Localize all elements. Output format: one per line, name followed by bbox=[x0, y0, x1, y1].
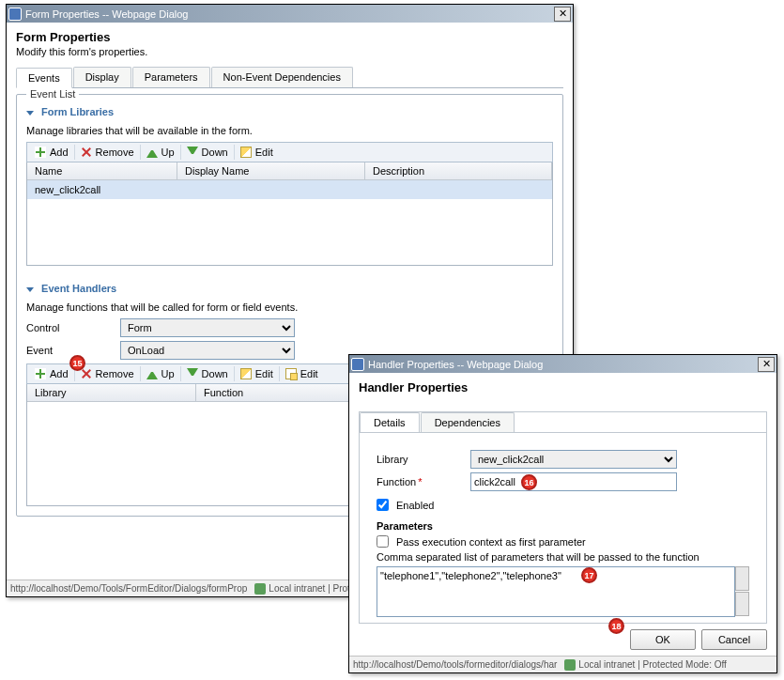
cell-desc bbox=[365, 182, 552, 197]
grid-header: Name Display Name Description bbox=[27, 162, 552, 180]
event-select[interactable]: OnLoad bbox=[120, 341, 295, 360]
handler-remove-button[interactable]: Remove bbox=[75, 366, 141, 381]
function-input[interactable] bbox=[470, 472, 677, 491]
tab-display[interactable]: Display bbox=[73, 67, 131, 87]
lib-down-button[interactable]: Down bbox=[181, 145, 235, 160]
params-textarea[interactable]: "telephone1","telephone2","telephone3" bbox=[377, 566, 735, 617]
app-icon bbox=[8, 8, 22, 21]
required-mark: * bbox=[418, 476, 422, 487]
handler-details-panel: Library new_click2call Function* 16 Enab… bbox=[360, 433, 766, 623]
table-row[interactable]: new_click2call bbox=[27, 180, 552, 199]
tab-non-event-deps[interactable]: Non-Event Dependencies bbox=[211, 67, 353, 87]
control-label: Control bbox=[26, 322, 120, 333]
event-handlers-title: Event Handlers bbox=[41, 283, 116, 294]
enabled-label: Enabled bbox=[396, 500, 434, 511]
form-titlebar-text: Form Properties -- Webpage Dialog bbox=[25, 8, 554, 20]
zone-icon bbox=[254, 583, 266, 595]
scrollbar[interactable] bbox=[735, 566, 749, 617]
handler-edit-button[interactable]: Edit bbox=[235, 366, 280, 381]
form-libraries-desc: Manage libraries that will be available … bbox=[26, 125, 553, 136]
add-icon bbox=[35, 147, 46, 158]
remove-icon bbox=[81, 368, 92, 379]
lib-remove-button[interactable]: Remove bbox=[75, 145, 141, 160]
form-tabs: Events Display Parameters Non-Event Depe… bbox=[16, 67, 563, 88]
params-desc: Comma separated list of parameters that … bbox=[377, 551, 749, 563]
edit-icon bbox=[240, 368, 252, 379]
badge-16: 16 bbox=[521, 474, 537, 490]
handler-dialog-buttons: 18 OK Cancel bbox=[608, 629, 767, 650]
tab-dependencies[interactable]: Dependencies bbox=[421, 412, 515, 432]
library-select[interactable]: new_click2call bbox=[470, 450, 677, 469]
badge-18: 18 bbox=[608, 618, 624, 634]
library-label: Library bbox=[377, 454, 470, 465]
status-url: http://localhost/Demo/Tools/FormEditor/D… bbox=[10, 583, 247, 594]
cancel-button[interactable]: Cancel bbox=[701, 629, 767, 650]
tab-details[interactable]: Details bbox=[360, 412, 420, 432]
lib-add-button[interactable]: Add bbox=[29, 145, 75, 160]
enabled-row: Enabled bbox=[377, 499, 749, 511]
function-row: Function* 16 bbox=[377, 472, 749, 491]
arrow-up-icon bbox=[146, 368, 158, 379]
status-zone: Local intranet | Protected Mode: Off bbox=[578, 659, 727, 670]
parameters-heading: Parameters bbox=[377, 520, 749, 532]
arrow-down-icon bbox=[187, 368, 198, 379]
tab-events[interactable]: Events bbox=[16, 68, 72, 88]
cell-display bbox=[177, 182, 365, 197]
event-label: Event bbox=[26, 345, 120, 356]
lib-up-button[interactable]: Up bbox=[141, 145, 181, 160]
badge-15: 15 bbox=[69, 355, 85, 371]
control-row: Control Form bbox=[26, 318, 553, 337]
handler-down-button[interactable]: Down bbox=[181, 366, 235, 381]
add-icon bbox=[35, 368, 46, 379]
status-zone: Local intranet | Prote bbox=[269, 583, 355, 594]
form-libraries-toolbar: Add Remove Up Down Edit bbox=[26, 142, 553, 162]
scroll-down-icon[interactable] bbox=[735, 592, 749, 616]
passctx-label: Pass execution context as first paramete… bbox=[396, 536, 586, 548]
col-description[interactable]: Description bbox=[365, 162, 552, 179]
handler-editprops-button[interactable]: Edit bbox=[280, 366, 324, 381]
passctx-row: Pass execution context as first paramete… bbox=[377, 535, 749, 548]
caret-down-icon bbox=[26, 111, 34, 116]
control-select[interactable]: Form bbox=[120, 318, 295, 337]
event-list-legend: Event List bbox=[26, 88, 79, 100]
col-display-name[interactable]: Display Name bbox=[177, 162, 365, 179]
form-libraries-header[interactable]: Form Libraries bbox=[26, 106, 553, 117]
event-handlers-header[interactable]: Event Handlers bbox=[26, 283, 553, 294]
event-handlers-desc: Manage functions that will be called for… bbox=[26, 301, 553, 313]
edit-icon bbox=[240, 147, 252, 158]
lib-edit-button[interactable]: Edit bbox=[235, 145, 279, 160]
handler-heading: Handler Properties bbox=[359, 380, 767, 394]
arrow-up-icon bbox=[146, 147, 158, 158]
scroll-up-icon[interactable] bbox=[735, 566, 749, 591]
form-titlebar[interactable]: Form Properties -- Webpage Dialog ✕ bbox=[7, 5, 573, 23]
col-library[interactable]: Library bbox=[27, 384, 196, 401]
handler-properties-dialog: Handler Properties -- Webpage Dialog ✕ H… bbox=[348, 354, 777, 673]
handler-statusbar: http://localhost/Demo/tools/formeditor/d… bbox=[349, 656, 776, 672]
library-row: Library new_click2call bbox=[377, 450, 749, 469]
form-libraries-grid[interactable]: Name Display Name Description new_click2… bbox=[26, 162, 553, 266]
close-icon[interactable]: ✕ bbox=[758, 357, 775, 372]
app-icon bbox=[351, 358, 364, 371]
form-libraries-title: Form Libraries bbox=[41, 106, 114, 117]
status-url: http://localhost/Demo/tools/formeditor/d… bbox=[353, 659, 557, 670]
caret-down-icon bbox=[26, 287, 34, 292]
zone-icon bbox=[564, 659, 576, 671]
form-subheading: Modify this form's properties. bbox=[16, 46, 563, 57]
badge-17: 17 bbox=[581, 567, 597, 583]
form-heading: Form Properties bbox=[16, 30, 563, 44]
handler-titlebar-text: Handler Properties -- Webpage Dialog bbox=[368, 359, 758, 370]
ok-button[interactable]: OK bbox=[630, 629, 696, 650]
handler-dialog-body: Handler Properties Details Dependencies … bbox=[349, 373, 776, 624]
enabled-checkbox[interactable] bbox=[377, 499, 389, 511]
handler-add-button[interactable]: Add bbox=[29, 366, 75, 381]
edit-properties-icon bbox=[285, 368, 297, 379]
cell-name: new_click2call bbox=[27, 182, 177, 197]
handler-titlebar[interactable]: Handler Properties -- Webpage Dialog ✕ bbox=[349, 355, 776, 373]
handler-up-button[interactable]: Up bbox=[141, 366, 181, 381]
function-label: Function* bbox=[377, 476, 470, 487]
col-name[interactable]: Name bbox=[27, 162, 177, 179]
tab-parameters[interactable]: Parameters bbox=[132, 67, 210, 87]
arrow-down-icon bbox=[187, 147, 198, 158]
close-icon[interactable]: ✕ bbox=[554, 7, 571, 22]
passctx-checkbox[interactable] bbox=[377, 535, 389, 548]
